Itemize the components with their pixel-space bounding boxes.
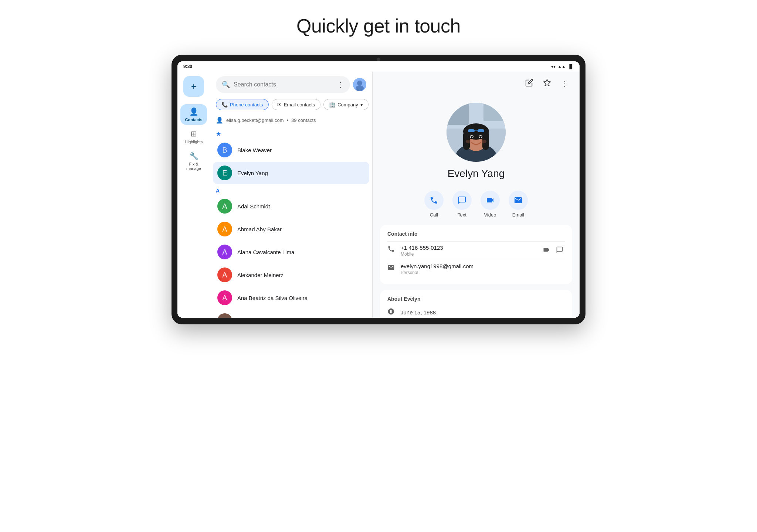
company-chip-label: Company [337,102,358,108]
avatar: A [217,267,232,282]
search-bar: 🔍 ⋮ [210,72,372,98]
svg-point-21 [479,136,482,138]
about-card: About Evelyn June 15, 1988 [380,290,572,318]
list-item[interactable]: A Alana Cavalcante Lima [213,241,369,263]
edit-icon [525,79,533,89]
list-item[interactable]: A Adal Schmidt [213,195,369,217]
signal-icon: ▲▲ [558,64,566,69]
tablet-camera [377,58,380,61]
sidebar-item-fix-manage[interactable]: 🔧 Fix & manage [180,149,207,174]
profile-avatar [447,103,506,162]
contact-name: Evelyn Yang [237,170,268,176]
profile-name: Evelyn Yang [448,168,505,180]
app-content: + 👤 Contacts ⊞ Highlights 🔧 Fix & manage [177,72,580,318]
contacts-label: Contacts [185,117,202,122]
avatar: A [217,313,232,318]
status-icons: ▾▾ ▲▲ ▐▌ [551,64,574,69]
text-button-circle [452,191,472,210]
contact-name: Ahmad Aby Bakar [237,226,282,232]
video-label: Video [484,212,496,218]
svg-rect-8 [483,103,506,121]
list-item[interactable]: A Aparna Bhattacharya [213,310,369,318]
chip-company[interactable]: 🏢 Company ▾ [323,99,369,110]
user-avatar[interactable] [353,78,366,91]
phone-info-icon [387,245,395,255]
phone-label: Mobile [401,252,535,257]
list-item[interactable]: A Alexander Meinerz [213,264,369,286]
list-item[interactable]: A Ahmad Aby Bakar [213,218,369,240]
more-icon: ⋮ [561,79,568,88]
email-value: evelyn.yang1998@gmail.com [401,263,565,269]
svg-point-1 [357,81,362,86]
action-buttons: Call Text [373,191,580,225]
contacts-icon: 👤 [189,107,198,116]
contact-list: ★ B Blake Weaver E Evelyn Yang [210,127,372,318]
list-item[interactable]: A Ana Beatriz da Silva Oliveira [213,287,369,309]
text-label: Text [458,212,466,218]
phone-chip-label: Phone contacts [230,102,263,108]
avatar: A [217,199,232,214]
search-icon: 🔍 [222,81,230,89]
search-input[interactable] [234,81,333,88]
svg-point-20 [471,136,473,138]
email-action-button[interactable]: Email [509,191,528,218]
contact-name: Alexander Meinerz [237,272,284,278]
list-item[interactable]: B Blake Weaver [213,139,369,161]
search-input-container[interactable]: 🔍 ⋮ [216,76,350,93]
chip-email-contacts[interactable]: ✉ Email contacts [272,99,321,110]
chip-phone-contacts[interactable]: 📞 Phone contacts [216,99,269,110]
svg-marker-3 [544,79,550,85]
contact-name: Aparna Bhattacharya [237,318,289,318]
email-chip-icon: ✉ [277,102,282,108]
sidebar-item-contacts[interactable]: 👤 Contacts [180,104,207,125]
sidebar-item-highlights[interactable]: ⊞ Highlights [180,126,207,147]
text-action-button[interactable]: Text [452,191,472,218]
email-info-row: evelyn.yang1998@gmail.com Personal [387,260,565,278]
account-count: 39 contacts [291,117,316,123]
sms-icon[interactable] [554,245,565,257]
birthday-icon [387,308,395,317]
about-title: About Evelyn [387,296,565,302]
search-more-icon[interactable]: ⋮ [337,80,344,89]
email-label-row: Personal [401,270,565,275]
wifi-icon: ▾▾ [551,64,556,69]
nav-rail: + 👤 Contacts ⊞ Highlights 🔧 Fix & manage [177,72,210,318]
star-button[interactable] [540,76,554,91]
tablet-screen: 9:30 ▾▾ ▲▲ ▐▌ + 👤 Contacts ⊞ High [177,61,580,318]
favorites-star-icon: ★ [216,130,221,137]
call-label: Call [430,212,438,218]
contact-name: Adal Schmidt [237,203,270,209]
battery-icon: ▐▌ [568,64,574,69]
avatar: E [217,166,232,180]
phone-chip-icon: 📞 [221,102,228,108]
video-call-icon[interactable] [541,245,551,257]
svg-rect-16 [478,129,484,132]
company-chip-icon: 🏢 [329,102,335,108]
phone-actions [541,245,565,257]
page-title: Quickly get in touch [296,15,461,37]
account-info: 👤 elisa.g.beckett@gmail.com • 39 contact… [210,115,372,127]
fab-add-button[interactable]: + [183,76,204,97]
svg-point-2 [356,85,364,91]
video-action-button[interactable]: Video [481,191,500,218]
section-a: A [213,185,369,195]
contact-info-card: Contact info +1 416-555-0123 Mobile [380,225,572,284]
avatar: A [217,222,232,236]
fix-manage-label: Fix & manage [185,162,203,171]
email-info-content: evelyn.yang1998@gmail.com Personal [401,263,565,275]
more-options-button[interactable]: ⋮ [557,76,572,91]
email-button-circle [509,191,528,210]
star-icon [543,79,551,89]
email-info-icon [387,264,395,273]
email-label: Email [512,212,525,218]
tablet-frame: 9:30 ▾▾ ▲▲ ▐▌ + 👤 Contacts ⊞ High [172,55,585,324]
avatar: B [217,143,232,157]
section-favorites: ★ [213,127,369,139]
phone-value: +1 416-555-0123 [401,245,535,251]
contact-info-title: Contact info [387,231,565,237]
account-email: elisa.g.beckett@gmail.com [226,117,284,123]
contact-list-panel: 🔍 ⋮ 📞 [210,72,373,318]
call-action-button[interactable]: Call [424,191,444,218]
edit-button[interactable] [522,76,537,91]
list-item[interactable]: E Evelyn Yang [213,162,369,184]
